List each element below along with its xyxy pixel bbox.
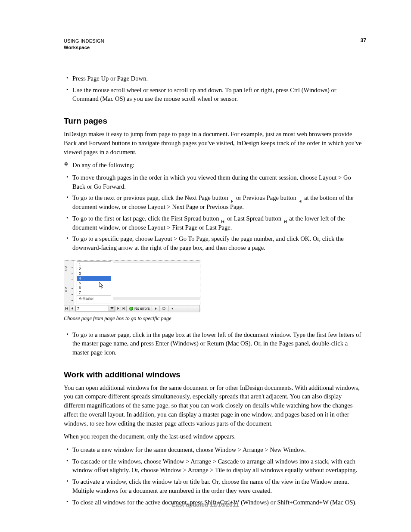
page-number-field[interactable]: 7 bbox=[75, 306, 109, 311]
section2-item-0: To create a new window for the same docu… bbox=[64, 445, 364, 454]
preflight-status[interactable]: No errors bbox=[127, 306, 152, 311]
section2-items: To create a new window for the same docu… bbox=[64, 445, 364, 507]
cursor-icon bbox=[99, 282, 105, 291]
section1-item-4: To go to a master page, click in the pag… bbox=[64, 330, 364, 357]
figure-canvas-area bbox=[111, 261, 200, 305]
section2-p1: You can open additional windows for the … bbox=[64, 383, 364, 428]
page-footer: Last updated 11/16/2011 bbox=[0, 501, 411, 508]
document-page: USING INDESIGN Workspace 37 Press Page U… bbox=[0, 0, 411, 532]
page-header: USING INDESIGN Workspace 37 bbox=[64, 38, 364, 54]
section2-item-1: To cascade or tile windows, choose Windo… bbox=[64, 457, 364, 475]
previous-page-icon bbox=[299, 197, 302, 201]
vertical-ruler: 5 4 5 8 bbox=[64, 261, 74, 305]
section2-p2: When you reopen the document, only the l… bbox=[64, 432, 364, 441]
section1-diamond-list: Do any of the following: bbox=[64, 161, 364, 170]
svg-rect-2 bbox=[221, 220, 222, 223]
svg-marker-10 bbox=[110, 307, 114, 309]
figure-block: 5 4 5 8 1 2 3 4 bbox=[64, 260, 364, 323]
section1-item-0: To move through pages in the order in wh… bbox=[64, 173, 364, 191]
status-nav-next[interactable] bbox=[152, 306, 159, 311]
last-spread-icon bbox=[283, 217, 287, 221]
svg-marker-14 bbox=[156, 307, 157, 310]
page-dropdown-list[interactable]: 1 2 3 4 5 6 7 A-Master bbox=[77, 261, 111, 304]
first-page-button[interactable] bbox=[64, 306, 70, 311]
section1-item-1: To go to the next or previous page, clic… bbox=[64, 193, 364, 211]
section1-items-after-figure: To go to a master page, click in the pag… bbox=[64, 330, 364, 357]
section1-heading: Turn pages bbox=[64, 115, 364, 127]
svg-marker-9 bbox=[72, 307, 73, 310]
first-spread-icon bbox=[221, 217, 225, 221]
s1i2-a: To go to the first or last page, click t… bbox=[72, 215, 221, 222]
header-left: USING INDESIGN Workspace bbox=[64, 38, 104, 51]
section1-item-2: To go to the first or last page, click t… bbox=[64, 214, 364, 232]
page-option-6[interactable]: 6 bbox=[77, 286, 111, 290]
page-box-figure: 5 4 5 8 1 2 3 4 bbox=[64, 260, 200, 312]
page-option-1[interactable]: 1 bbox=[77, 262, 111, 267]
status-text: No errors bbox=[134, 306, 149, 311]
figure-status-bar: 7 No errors bbox=[64, 305, 200, 312]
figure-caption: Choose page from page box to go to speci… bbox=[64, 315, 364, 323]
section2-heading: Work with additional windows bbox=[64, 369, 364, 381]
intro-bullet-list: Press Page Up or Page Down. Use the mous… bbox=[64, 74, 364, 103]
svg-rect-13 bbox=[125, 307, 125, 310]
page-option-master[interactable]: A-Master bbox=[77, 296, 111, 301]
next-page-icon bbox=[230, 197, 234, 201]
svg-marker-11 bbox=[117, 307, 119, 310]
page-option-3[interactable]: 3 bbox=[77, 271, 111, 276]
section1-diamond: Do any of the following: bbox=[64, 161, 364, 170]
svg-marker-8 bbox=[66, 307, 68, 310]
svg-marker-0 bbox=[231, 199, 234, 202]
doc-section: Workspace bbox=[64, 44, 104, 51]
svg-marker-16 bbox=[172, 307, 174, 310]
doc-title: USING INDESIGN bbox=[64, 38, 104, 44]
intro-bullet-1: Use the mouse scroll wheel or sensor to … bbox=[64, 86, 364, 103]
status-nav-prev[interactable] bbox=[168, 306, 176, 311]
svg-rect-7 bbox=[65, 307, 66, 310]
page-option-7[interactable]: 7 bbox=[77, 290, 111, 295]
svg-marker-12 bbox=[123, 307, 125, 310]
svg-marker-1 bbox=[299, 199, 301, 202]
page-option-2[interactable]: 2 bbox=[77, 267, 111, 271]
page-content: Press Page Up or Page Down. Use the mous… bbox=[64, 74, 364, 507]
section1-intro: InDesign makes it easy to jump from page… bbox=[64, 130, 364, 156]
section1-item-3: To go to a specific page, choose Layout … bbox=[64, 234, 364, 252]
next-page-button[interactable] bbox=[115, 306, 121, 311]
status-open-icon[interactable] bbox=[159, 306, 168, 311]
status-ok-icon bbox=[129, 307, 133, 311]
s1i1-b: or Previous Page button bbox=[236, 194, 298, 201]
section2-item-2: To activate a window, click the window t… bbox=[64, 477, 364, 495]
page-number: 37 bbox=[357, 38, 366, 54]
svg-marker-3 bbox=[222, 220, 224, 223]
section1-items: To move through pages in the order in wh… bbox=[64, 173, 364, 252]
ruler-lbl-1: 4 bbox=[65, 269, 67, 272]
svg-marker-4 bbox=[284, 220, 286, 223]
figure-body: 5 4 5 8 1 2 3 4 bbox=[64, 261, 200, 305]
svg-marker-6 bbox=[99, 282, 103, 288]
last-page-button[interactable] bbox=[121, 306, 127, 311]
ruler-lbl-0: 5 bbox=[65, 266, 67, 269]
intro-bullet-0: Press Page Up or Page Down. bbox=[64, 74, 364, 83]
s1i2-b: or Last Spread button bbox=[227, 215, 283, 222]
page-dropdown-button[interactable] bbox=[109, 306, 115, 311]
prev-page-button[interactable] bbox=[70, 306, 75, 311]
s1i1-a: To go to the next or previous page, clic… bbox=[72, 194, 230, 201]
svg-rect-5 bbox=[286, 220, 286, 223]
ruler-lbl-3: 8 bbox=[65, 289, 67, 292]
ruler-lbl-2: 5 bbox=[65, 286, 67, 289]
page-option-5[interactable]: 5 bbox=[77, 281, 111, 286]
page-option-4-selected[interactable]: 4 bbox=[77, 276, 111, 281]
